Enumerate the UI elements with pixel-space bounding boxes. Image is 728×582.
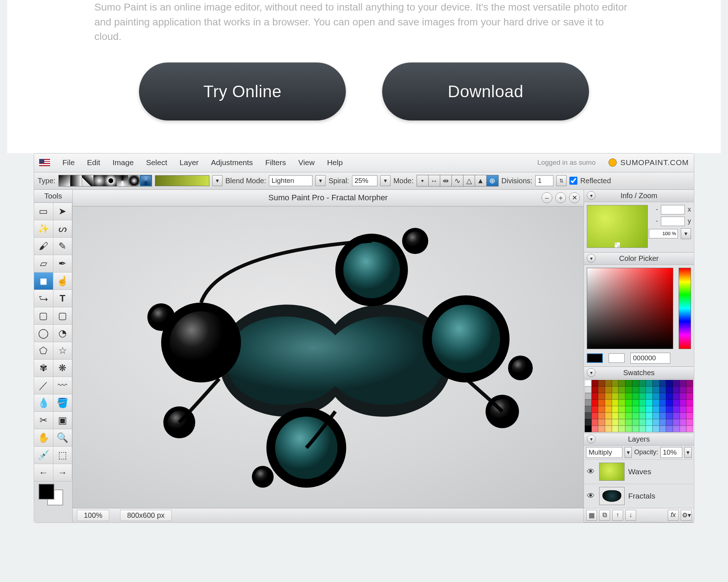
swatch-cell[interactable] <box>653 426 659 432</box>
tool-symmetry[interactable]: ❋ <box>53 360 73 377</box>
swatch-cell[interactable] <box>686 393 693 399</box>
swatch-cell[interactable] <box>673 386 680 393</box>
menu-help[interactable]: Help <box>327 158 343 167</box>
swatch-cell[interactable] <box>659 426 666 432</box>
spiral-input[interactable] <box>352 175 377 186</box>
opacity-input[interactable] <box>660 447 682 458</box>
spiral-dropdown-icon[interactable]: ▼ <box>380 175 390 186</box>
swatch-cell[interactable] <box>612 380 619 386</box>
tool-pie-shape[interactable]: ◔ <box>53 325 73 342</box>
blend-dropdown-icon[interactable]: ▼ <box>315 175 326 186</box>
swatch-cell[interactable] <box>612 386 619 393</box>
swatch-cell[interactable] <box>646 413 653 419</box>
swatch-cell[interactable] <box>632 393 639 399</box>
swatch-cell[interactable] <box>592 406 598 413</box>
download-button[interactable]: Download <box>382 62 589 120</box>
swatches-grid[interactable] <box>585 380 693 432</box>
swatch-cell[interactable] <box>625 413 632 419</box>
swatch-cell[interactable] <box>592 426 598 432</box>
swatch-cell[interactable] <box>605 426 612 432</box>
tool-zoom[interactable]: 🔍 <box>53 429 73 447</box>
tool-smudge[interactable]: ☝ <box>53 272 73 290</box>
swatch-cell[interactable] <box>686 380 693 386</box>
swatch-cell[interactable] <box>686 386 693 393</box>
layer-up-icon[interactable]: ↑ <box>612 510 623 521</box>
swatch-cell[interactable] <box>632 399 639 406</box>
gradient-preview[interactable] <box>155 175 209 186</box>
swatch-cell[interactable] <box>618 419 625 426</box>
gradient-type-selector[interactable] <box>58 175 152 187</box>
tool-clone[interactable]: ⮑ <box>34 290 53 307</box>
color-sv-field[interactable] <box>587 268 673 349</box>
divisions-stepper-icon[interactable]: ⇅ <box>556 175 567 186</box>
swatch-cell[interactable] <box>666 399 673 406</box>
language-flag-icon[interactable] <box>39 159 50 166</box>
swatch-cell[interactable] <box>686 426 693 432</box>
swatch-cell[interactable] <box>598 380 605 386</box>
color-swatches[interactable] <box>34 481 72 507</box>
swatch-cell[interactable] <box>605 386 612 393</box>
opacity-dropdown-icon[interactable]: ▼ <box>684 447 692 458</box>
swatch-cell[interactable] <box>639 406 646 413</box>
swatch-cell[interactable] <box>618 426 625 432</box>
tool-brush[interactable]: 🖌 <box>34 238 53 255</box>
swatch-cell[interactable] <box>653 386 659 393</box>
menu-file[interactable]: File <box>62 158 75 167</box>
swatch-cell[interactable] <box>686 419 693 426</box>
swatch-cell[interactable] <box>686 399 693 406</box>
swatch-cell[interactable] <box>632 426 639 432</box>
layer-row[interactable]: 👁 Waves <box>584 459 694 484</box>
swatch-cell[interactable] <box>666 380 673 386</box>
swatch-cell[interactable] <box>659 413 666 419</box>
swatch-cell[interactable] <box>680 426 687 432</box>
swatch-cell[interactable] <box>598 393 605 399</box>
swatch-cell[interactable] <box>585 399 592 406</box>
swatch-cell[interactable] <box>666 426 673 432</box>
tool-wand[interactable]: ✨ <box>34 220 53 238</box>
swatch-cell[interactable] <box>592 393 598 399</box>
panel-menu-icon[interactable]: ▾ <box>587 254 596 263</box>
swatch-cell[interactable] <box>605 413 612 419</box>
swatch-cell[interactable] <box>598 399 605 406</box>
divisions-input[interactable] <box>535 175 553 186</box>
swatch-cell[interactable] <box>680 406 687 413</box>
tool-eraser[interactable]: ▱ <box>34 255 53 272</box>
swatch-cell[interactable] <box>673 380 680 386</box>
swatch-cell[interactable] <box>666 393 673 399</box>
swatch-cell[interactable] <box>592 380 598 386</box>
swatch-cell[interactable] <box>680 413 687 419</box>
swatch-cell[interactable] <box>646 399 653 406</box>
info-x-input[interactable] <box>661 205 685 214</box>
tool-rect-shape[interactable]: ▢ <box>34 307 53 325</box>
swatch-cell[interactable] <box>632 406 639 413</box>
info-y-input[interactable] <box>661 217 685 226</box>
swatch-cell[interactable] <box>585 386 592 393</box>
new-layer-icon[interactable]: ▦ <box>586 510 597 521</box>
swatch-cell[interactable] <box>646 380 653 386</box>
menu-adjustments[interactable]: Adjustments <box>211 158 253 167</box>
menu-image[interactable]: Image <box>113 158 134 167</box>
swatch-cell[interactable] <box>653 393 659 399</box>
swatch-cell[interactable] <box>646 386 653 393</box>
swatch-cell[interactable] <box>625 380 632 386</box>
swatch-cell[interactable] <box>686 406 693 413</box>
swatch-cell[interactable] <box>618 386 625 393</box>
swatch-cell[interactable] <box>646 393 653 399</box>
duplicate-layer-icon[interactable]: ⧉ <box>599 510 610 521</box>
layer-name[interactable]: Waves <box>628 467 651 476</box>
tool-polygon-shape[interactable]: ⬠ <box>34 342 53 360</box>
visibility-icon[interactable]: 👁 <box>586 467 596 476</box>
swatch-cell[interactable] <box>673 426 680 432</box>
swatch-cell[interactable] <box>632 419 639 426</box>
tool-ink[interactable]: ✒ <box>53 255 73 272</box>
tool-redo[interactable]: → <box>53 464 73 481</box>
tool-transform[interactable]: ▣ <box>53 412 73 429</box>
swatch-cell[interactable] <box>680 393 687 399</box>
canvas[interactable] <box>73 206 584 508</box>
swatch-cell[interactable] <box>646 419 653 426</box>
tool-crop[interactable]: ✂ <box>34 412 53 429</box>
swatch-cell[interactable] <box>646 426 653 432</box>
layer-row[interactable]: 👁 Fractals <box>584 484 694 508</box>
try-online-button[interactable]: Try Online <box>139 62 346 120</box>
swatch-cell[interactable] <box>612 419 619 426</box>
